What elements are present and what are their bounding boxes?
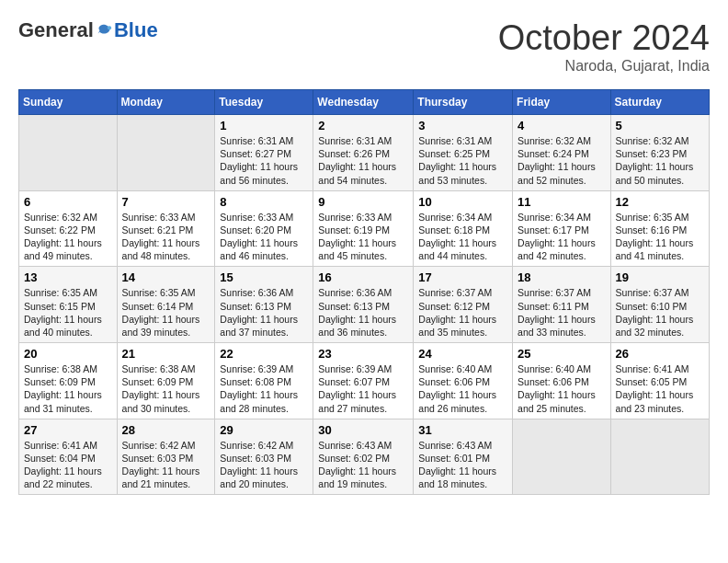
day-number: 30 — [318, 423, 408, 437]
header-day-saturday: Saturday — [610, 90, 709, 115]
calendar-cell: 5Sunrise: 6:32 AMSunset: 6:23 PMDaylight… — [610, 115, 709, 191]
header-day-tuesday: Tuesday — [215, 90, 313, 115]
calendar-cell: 10Sunrise: 6:34 AMSunset: 6:18 PMDayligh… — [414, 190, 513, 267]
calendar-table: SundayMondayTuesdayWednesdayThursdayFrid… — [18, 89, 710, 495]
day-number: 8 — [220, 195, 308, 209]
calendar-cell — [513, 419, 611, 495]
cell-content: Sunrise: 6:39 AMSunset: 6:07 PMDaylight:… — [318, 362, 408, 415]
cell-content: Sunrise: 6:37 AMSunset: 6:11 PMDaylight:… — [518, 286, 606, 339]
calendar-cell: 22Sunrise: 6:39 AMSunset: 6:08 PMDayligh… — [215, 343, 313, 419]
calendar-cell — [117, 115, 215, 191]
day-number: 29 — [220, 423, 308, 437]
day-number: 14 — [122, 270, 210, 284]
cell-content: Sunrise: 6:36 AMSunset: 6:13 PMDaylight:… — [318, 286, 408, 339]
calendar-cell: 20Sunrise: 6:38 AMSunset: 6:09 PMDayligh… — [19, 343, 118, 419]
calendar-cell: 3Sunrise: 6:31 AMSunset: 6:25 PMDaylight… — [414, 115, 513, 191]
calendar-cell: 13Sunrise: 6:35 AMSunset: 6:15 PMDayligh… — [19, 267, 118, 343]
calendar-cell: 8Sunrise: 6:33 AMSunset: 6:20 PMDaylight… — [215, 190, 313, 267]
day-number: 10 — [418, 195, 507, 209]
cell-content: Sunrise: 6:43 AMSunset: 6:01 PMDaylight:… — [418, 439, 507, 491]
day-number: 13 — [24, 270, 112, 284]
cell-content: Sunrise: 6:32 AMSunset: 6:22 PMDaylight:… — [24, 211, 112, 263]
calendar-cell: 12Sunrise: 6:35 AMSunset: 6:16 PMDayligh… — [610, 190, 709, 267]
day-number: 19 — [616, 270, 704, 284]
week-row-1: 1Sunrise: 6:31 AMSunset: 6:27 PMDaylight… — [19, 115, 710, 191]
day-number: 5 — [616, 119, 704, 132]
day-number: 6 — [24, 195, 112, 209]
cell-content: Sunrise: 6:31 AMSunset: 6:26 PMDaylight:… — [318, 134, 408, 187]
cell-content: Sunrise: 6:35 AMSunset: 6:16 PMDaylight:… — [616, 211, 704, 263]
month-title: October 2024 — [498, 18, 710, 58]
day-number: 23 — [318, 347, 408, 361]
day-number: 3 — [418, 119, 507, 132]
header-day-thursday: Thursday — [414, 90, 513, 115]
cell-content: Sunrise: 6:38 AMSunset: 6:09 PMDaylight:… — [24, 362, 112, 415]
calendar-cell: 14Sunrise: 6:35 AMSunset: 6:14 PMDayligh… — [117, 267, 215, 343]
cell-content: Sunrise: 6:41 AMSunset: 6:04 PMDaylight:… — [24, 439, 112, 491]
day-number: 7 — [122, 195, 210, 209]
cell-content: Sunrise: 6:35 AMSunset: 6:14 PMDaylight:… — [122, 286, 210, 339]
calendar-cell: 19Sunrise: 6:37 AMSunset: 6:10 PMDayligh… — [610, 267, 709, 343]
calendar-cell: 11Sunrise: 6:34 AMSunset: 6:17 PMDayligh… — [513, 190, 611, 267]
calendar-cell — [19, 115, 118, 191]
calendar-cell: 31Sunrise: 6:43 AMSunset: 6:01 PMDayligh… — [414, 419, 513, 495]
header-day-monday: Monday — [117, 90, 215, 115]
calendar-cell: 6Sunrise: 6:32 AMSunset: 6:22 PMDaylight… — [19, 190, 118, 267]
cell-content: Sunrise: 6:31 AMSunset: 6:27 PMDaylight:… — [220, 134, 308, 187]
calendar-cell: 30Sunrise: 6:43 AMSunset: 6:02 PMDayligh… — [313, 419, 414, 495]
day-number: 17 — [418, 270, 507, 284]
calendar-cell: 26Sunrise: 6:41 AMSunset: 6:05 PMDayligh… — [610, 343, 709, 419]
week-row-5: 27Sunrise: 6:41 AMSunset: 6:04 PMDayligh… — [19, 419, 710, 495]
cell-content: Sunrise: 6:40 AMSunset: 6:06 PMDaylight:… — [518, 362, 606, 415]
day-number: 11 — [518, 195, 606, 209]
cell-content: Sunrise: 6:33 AMSunset: 6:20 PMDaylight:… — [220, 211, 308, 263]
cell-content: Sunrise: 6:32 AMSunset: 6:24 PMDaylight:… — [518, 134, 606, 187]
day-number: 1 — [220, 119, 308, 132]
cell-content: Sunrise: 6:39 AMSunset: 6:08 PMDaylight:… — [220, 362, 308, 415]
week-row-4: 20Sunrise: 6:38 AMSunset: 6:09 PMDayligh… — [19, 343, 710, 419]
header-day-sunday: Sunday — [19, 90, 118, 115]
calendar-cell: 2Sunrise: 6:31 AMSunset: 6:26 PMDaylight… — [313, 115, 414, 191]
day-number: 25 — [518, 347, 606, 361]
day-number: 22 — [220, 347, 308, 361]
day-number: 31 — [418, 423, 507, 437]
day-number: 4 — [518, 119, 606, 132]
cell-content: Sunrise: 6:35 AMSunset: 6:15 PMDaylight:… — [24, 286, 112, 339]
title-block: October 2024 Naroda, Gujarat, India — [498, 18, 710, 75]
cell-content: Sunrise: 6:38 AMSunset: 6:09 PMDaylight:… — [122, 362, 210, 415]
header-day-friday: Friday — [513, 90, 611, 115]
day-number: 21 — [122, 347, 210, 361]
calendar-cell: 1Sunrise: 6:31 AMSunset: 6:27 PMDaylight… — [215, 115, 313, 191]
calendar-cell: 7Sunrise: 6:33 AMSunset: 6:21 PMDaylight… — [117, 190, 215, 267]
cell-content: Sunrise: 6:37 AMSunset: 6:10 PMDaylight:… — [616, 286, 704, 339]
cell-content: Sunrise: 6:34 AMSunset: 6:18 PMDaylight:… — [418, 211, 507, 263]
calendar-cell: 29Sunrise: 6:42 AMSunset: 6:03 PMDayligh… — [215, 419, 313, 495]
calendar-cell: 9Sunrise: 6:33 AMSunset: 6:19 PMDaylight… — [313, 190, 414, 267]
calendar-cell: 28Sunrise: 6:42 AMSunset: 6:03 PMDayligh… — [117, 419, 215, 495]
cell-content: Sunrise: 6:41 AMSunset: 6:05 PMDaylight:… — [616, 362, 704, 415]
day-number: 18 — [518, 270, 606, 284]
cell-content: Sunrise: 6:42 AMSunset: 6:03 PMDaylight:… — [220, 439, 308, 491]
day-number: 24 — [418, 347, 507, 361]
calendar-header-row: SundayMondayTuesdayWednesdayThursdayFrid… — [19, 90, 710, 115]
day-number: 15 — [220, 270, 308, 284]
cell-content: Sunrise: 6:36 AMSunset: 6:13 PMDaylight:… — [220, 286, 308, 339]
cell-content: Sunrise: 6:31 AMSunset: 6:25 PMDaylight:… — [418, 134, 507, 187]
week-row-3: 13Sunrise: 6:35 AMSunset: 6:15 PMDayligh… — [19, 267, 710, 343]
calendar-cell: 27Sunrise: 6:41 AMSunset: 6:04 PMDayligh… — [19, 419, 118, 495]
logo: General Blue — [18, 18, 158, 42]
day-number: 20 — [24, 347, 112, 361]
calendar-cell: 4Sunrise: 6:32 AMSunset: 6:24 PMDaylight… — [513, 115, 611, 191]
day-number: 16 — [318, 270, 408, 284]
day-number: 28 — [122, 423, 210, 437]
day-number: 26 — [616, 347, 704, 361]
calendar-cell: 16Sunrise: 6:36 AMSunset: 6:13 PMDayligh… — [313, 267, 414, 343]
calendar-cell: 15Sunrise: 6:36 AMSunset: 6:13 PMDayligh… — [215, 267, 313, 343]
cell-content: Sunrise: 6:43 AMSunset: 6:02 PMDaylight:… — [318, 439, 408, 491]
logo-blue-text: Blue — [114, 18, 158, 42]
calendar-cell: 25Sunrise: 6:40 AMSunset: 6:06 PMDayligh… — [513, 343, 611, 419]
location: Naroda, Gujarat, India — [498, 58, 710, 75]
week-row-2: 6Sunrise: 6:32 AMSunset: 6:22 PMDaylight… — [19, 190, 710, 267]
calendar-cell: 18Sunrise: 6:37 AMSunset: 6:11 PMDayligh… — [513, 267, 611, 343]
calendar-cell: 17Sunrise: 6:37 AMSunset: 6:12 PMDayligh… — [414, 267, 513, 343]
